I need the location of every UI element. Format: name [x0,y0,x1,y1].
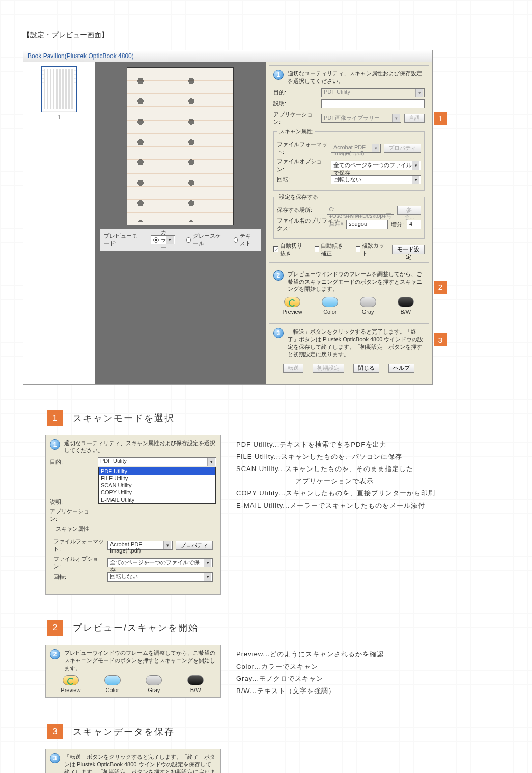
step1-text: 適切なユーティリティ、スキャン属性および保存設定を選択してください。 [288,70,425,85]
preview-button[interactable]: Preview [279,297,305,315]
property-button[interactable]: プロパティ [384,144,421,153]
step-ball-1: 1 [273,70,284,80]
bw-icon [187,675,204,685]
save-legend: 設定を保存する [277,193,320,201]
preview-document[interactable] [127,67,234,225]
desc-input[interactable] [321,99,425,108]
app-select[interactable]: PDF画像ライブラリー [321,114,401,123]
step2-text: プレビューウインドウのフレームを調整してから、ご希望のスキャニングモードのボタン… [288,270,425,293]
mini1-text: 適切なユーティリティ、スキャン属性および保存設定を選択してください。 [64,439,216,455]
mini-scan-attr: スキャン属性 ファイルフォーマット: Acrobat PDF Image(*.p… [50,525,216,588]
desc-preview: Preview...どのようにスキャンされるかを確認 [236,650,486,659]
dd-item-scan[interactable]: SCAN Utility [99,482,215,489]
page-thumbnail[interactable] [41,66,77,112]
scan-attr-legend: スキャン属性 [277,128,315,135]
radio-color[interactable]: カラー [151,235,175,244]
bw-icon [398,297,414,307]
format-select[interactable]: Acrobat PDF Image(*.pdf) [331,144,381,153]
desc-color: Color...カラーでスキャン [236,662,486,671]
save-loc-input[interactable]: C:¥Users¥MM¥Desktop¥写真用¥ [327,206,395,215]
purpose-dropdown-list: PDF Utility FILE Utility SCAN Utility CO… [98,467,216,504]
section1-title: スキャンモードを選択 [73,412,175,424]
mini3-text: 「転送」ボタンをクリックすると完了します。「終了」ボタンは Plustek Op… [64,753,216,773]
section1-head: 1 スキャンモードを選択 [23,410,486,426]
settings-column: 1 1 適切なユーティリティ、スキャン属性および保存設定を選択してください。 目… [266,62,432,384]
desc-gray: Gray...モノクロでスキャン [236,674,486,683]
mini1-ball: 1 [50,439,60,450]
section2-panel: 2 プレビューウインドウのフレームを調整してから、ご希望のスキャニングモードのボ… [45,645,221,698]
thumbnail-column: 1 [23,62,95,384]
mini3-ball: 3 [50,753,60,763]
format-label: ファイルフォーマット: [277,141,328,156]
step1-panel: 1 1 適切なユーティリティ、スキャン属性および保存設定を選択してください。 目… [269,65,429,263]
dd-item-file[interactable]: FILE Utility [99,475,215,482]
desc-scan2: アプリケーションで表示 [236,477,486,486]
mode-settings-button[interactable]: モード設定 [392,245,425,254]
purpose-label: 目的: [273,89,318,96]
option-label: ファイルオプション: [277,158,328,173]
mini-color-button[interactable]: Color [96,675,129,693]
radio-grayscale[interactable]: グレースケール [186,232,222,247]
dd-item-email[interactable]: E-MAIL Utility [99,496,215,503]
bw-button[interactable]: B/W [393,297,419,315]
section2-num: 2 [47,620,63,636]
dd-item-copy[interactable]: COPY Utility [99,489,215,496]
section3-head: 3 スキャンデータを保存 [23,724,486,739]
mini-property-button[interactable]: プロパティ [176,541,213,550]
mini-preview-button[interactable]: Preview [54,675,87,693]
dd-item-pdf[interactable]: PDF Utility [99,467,215,475]
preview-toolbar: プレビューモード: カラー グレースケール テキスト [100,229,261,251]
transfer-button[interactable]: 転送 [283,364,303,373]
step-ball-2: 2 [273,270,284,281]
preview-icon [284,297,300,307]
mini-gray-button[interactable]: Gray [137,675,170,693]
prefix-input[interactable]: sougou [346,220,388,229]
scan-attr-group: スキャン属性 ファイルフォーマット: Acrobat PDF Image(*.p… [273,128,425,191]
incr-input[interactable]: 4 [407,220,421,229]
chk-multi[interactable]: 複数カット [356,242,385,257]
color-icon [104,675,121,685]
help-button[interactable]: ヘルプ [388,364,414,373]
rotate-select[interactable]: 回転しない [331,175,421,184]
section2-title: プレビュー/スキャンを開始 [73,622,199,634]
section3-num: 3 [47,724,63,739]
radio-text[interactable]: テキスト [234,232,257,247]
section1-desc: PDF Utility...テキストを検索できるPDFを出力 FILE Util… [236,435,486,513]
preview-icon [63,675,79,685]
section3-title: スキャンデータを保存 [73,726,175,738]
save-loc-label: 保存する場所: [277,206,324,214]
step3-text: 「転送」ボタンをクリックすると完了します。「終了」ボタンは Plustek Op… [288,328,425,358]
browse-button[interactable]: 参照... [397,206,421,215]
rotate-label: 回転: [277,176,328,183]
step-ball-3: 3 [273,328,284,338]
app-window: Book Pavilion(Plustek OpticBook 4800) 1 … [23,50,433,385]
mini2-ball: 2 [50,649,60,659]
mini-option-select[interactable]: 全てのページを一つのファイルで保存 [107,558,213,567]
window-titlebar: Book Pavilion(Plustek OpticBook 4800) [23,50,432,62]
save-settings-group: 設定を保存する 保存する場所: C:¥Users¥MM¥Desktop¥写真用¥… [273,193,425,239]
section2-head: 2 プレビュー/スキャンを開始 [23,620,486,636]
language-button[interactable]: 言語 [404,114,425,123]
section3-panel: 3 「転送」ボタンをクリックすると完了します。「終了」ボタンは Plustek … [45,749,221,773]
mini-purpose-select[interactable]: PDF Utility PDF Utility FILE Utility SCA… [98,457,216,466]
close-button[interactable]: 閉じる [353,364,379,373]
chk-skew[interactable]: 自動傾き補正 [315,242,349,257]
option-select[interactable]: 全てのページを一つのファイルで保存 [331,161,421,170]
color-button[interactable]: Color [317,297,343,315]
desc-bw: B/W...テキスト（文字を強調） [236,686,486,696]
chk-autocrop[interactable]: ✓自動切り抜き [273,242,307,257]
mini-rotate-select[interactable]: 回転しない [107,572,213,582]
purpose-select[interactable]: PDF Utility [321,88,425,97]
gray-button[interactable]: Gray [355,297,381,315]
desc-scan: SCAN Utility...スキャンしたものを、そのまま指定した [236,464,486,474]
desc-label: 説明: [273,100,318,107]
app-label: アプリケーション: [273,111,318,126]
gray-icon [360,297,376,307]
section1-num: 1 [47,410,63,426]
prefix-label: ファイル名のプリフィックス: [277,217,343,232]
mini-format-select[interactable]: Acrobat PDF Image(*.pdf) [107,541,173,550]
preview-mode-label: プレビューモード: [104,232,139,247]
mini-bw-button[interactable]: B/W [179,675,212,693]
default-button[interactable]: 初期設定 [313,364,344,373]
step2-panel: 2 2 プレビューウインドウのフレームを調整してから、ご希望のスキャニングモード… [269,266,429,321]
